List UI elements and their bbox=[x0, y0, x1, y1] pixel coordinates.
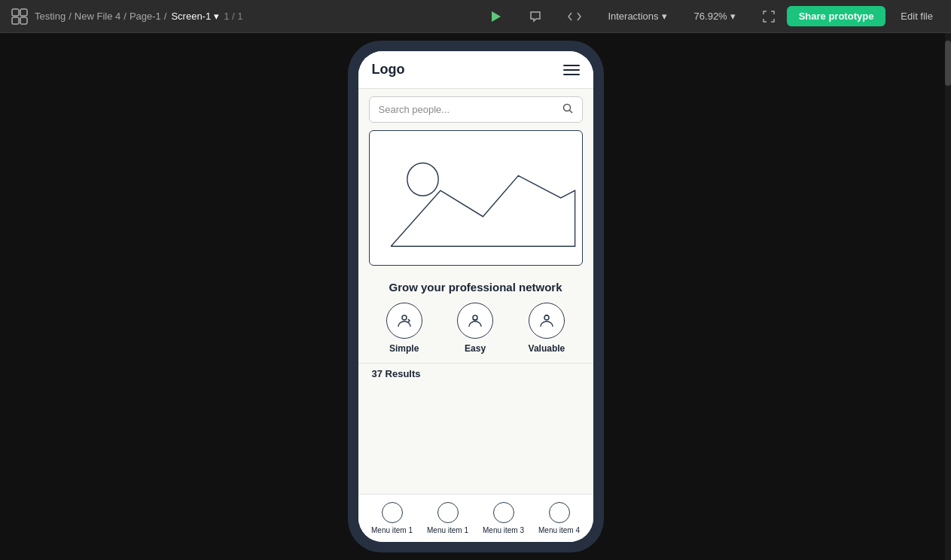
code-button[interactable] bbox=[562, 5, 587, 29]
fullscreen-button[interactable] bbox=[757, 5, 781, 29]
phone-navbar: Logo bbox=[358, 51, 593, 89]
tab-icon-2 bbox=[437, 502, 459, 523]
interactions-button[interactable]: Interactions ▾ bbox=[602, 8, 672, 25]
topbar-left: Testing / New File 4 / Page-1 / Screen-1… bbox=[9, 6, 478, 27]
svg-point-9 bbox=[544, 315, 549, 320]
tab-item-3[interactable]: Menu item 3 bbox=[483, 502, 524, 534]
share-prototype-button[interactable]: Share prototype bbox=[787, 6, 886, 26]
svg-rect-1 bbox=[20, 9, 27, 16]
breadcrumb-sep2: / bbox=[123, 11, 126, 22]
screen-name: Screen-1 bbox=[171, 11, 211, 22]
phone-features: Simple Easy bbox=[358, 303, 593, 363]
breadcrumb-sep3: / bbox=[164, 11, 167, 22]
search-input-box[interactable]: Search people... bbox=[369, 96, 583, 123]
comment-button[interactable] bbox=[523, 5, 547, 29]
tab-label-4: Menu item 4 bbox=[538, 526, 580, 534]
search-placeholder: Search people... bbox=[379, 104, 562, 115]
svg-point-6 bbox=[407, 163, 437, 196]
svg-line-5 bbox=[569, 111, 572, 114]
workspace-label: Testing bbox=[35, 11, 66, 22]
app-logo-icon bbox=[9, 6, 30, 27]
phone-mockup: Logo Search people... bbox=[348, 41, 604, 552]
interactions-chevron-icon: ▾ bbox=[662, 11, 667, 22]
feature-valuable-label: Valuable bbox=[529, 343, 565, 354]
scrollbar-thumb[interactable] bbox=[945, 41, 951, 86]
tab-label-3: Menu item 3 bbox=[483, 526, 524, 534]
zoom-chevron-icon: ▾ bbox=[730, 11, 736, 22]
tab-icon-4 bbox=[549, 502, 570, 523]
file-label: New File 4 bbox=[75, 11, 120, 22]
svg-rect-3 bbox=[20, 17, 27, 24]
feature-easy-icon bbox=[457, 303, 493, 339]
scrollbar[interactable] bbox=[945, 33, 951, 560]
breadcrumb-sep1: / bbox=[69, 11, 72, 22]
tab-icon-3 bbox=[493, 502, 514, 523]
screen-chevron-icon: ▾ bbox=[214, 11, 219, 22]
tab-item-4[interactable]: Menu item 4 bbox=[538, 502, 580, 534]
tab-item-1[interactable]: Menu item 1 bbox=[371, 502, 413, 534]
svg-point-4 bbox=[563, 105, 570, 111]
phone-logo: Logo bbox=[372, 62, 405, 78]
topbar-right: Share prototype Edit file bbox=[787, 6, 942, 26]
feature-simple-label: Simple bbox=[389, 343, 419, 354]
breadcrumb: Testing / New File 4 / Page-1 / bbox=[35, 11, 166, 22]
topbar: Testing / New File 4 / Page-1 / Screen-1… bbox=[0, 0, 951, 33]
canvas: Logo Search people... bbox=[0, 33, 951, 560]
feature-simple: Simple bbox=[386, 303, 422, 354]
phone-tagline: Grow your professional network bbox=[358, 275, 593, 303]
screen-label[interactable]: Screen-1 ▾ bbox=[171, 11, 219, 22]
feature-valuable: Valuable bbox=[529, 303, 565, 354]
hamburger-menu-icon[interactable] bbox=[563, 65, 580, 75]
tab-label-1: Menu item 1 bbox=[371, 526, 413, 534]
svg-rect-2 bbox=[12, 17, 19, 24]
results-count: 37 Results bbox=[358, 363, 593, 384]
page-label[interactable]: Page-1 bbox=[130, 11, 161, 22]
edit-file-button[interactable]: Edit file bbox=[892, 6, 942, 26]
screen-count: 1 / 1 bbox=[224, 11, 242, 22]
tab-item-2[interactable]: Menu item 1 bbox=[427, 502, 468, 534]
phone-screen: Logo Search people... bbox=[358, 51, 593, 542]
zoom-level: 76.92% bbox=[694, 11, 727, 22]
zoom-button[interactable]: 76.92% ▾ bbox=[688, 8, 742, 25]
topbar-center: Interactions ▾ 76.92% ▾ bbox=[484, 5, 780, 29]
feature-easy-label: Easy bbox=[465, 343, 486, 354]
feature-simple-icon bbox=[386, 303, 422, 339]
search-icon bbox=[562, 103, 573, 116]
hero-image bbox=[369, 130, 583, 266]
play-button[interactable] bbox=[484, 5, 508, 29]
search-bar: Search people... bbox=[358, 89, 593, 130]
tab-icon-1 bbox=[382, 502, 403, 523]
phone-tabbar: Menu item 1 Menu item 1 Menu item 3 Menu… bbox=[358, 494, 593, 542]
svg-point-7 bbox=[402, 315, 407, 320]
svg-rect-0 bbox=[12, 9, 19, 16]
feature-easy: Easy bbox=[457, 303, 493, 354]
feature-valuable-icon bbox=[529, 303, 565, 339]
tab-label-2: Menu item 1 bbox=[427, 526, 468, 534]
interactions-label: Interactions bbox=[608, 11, 658, 22]
